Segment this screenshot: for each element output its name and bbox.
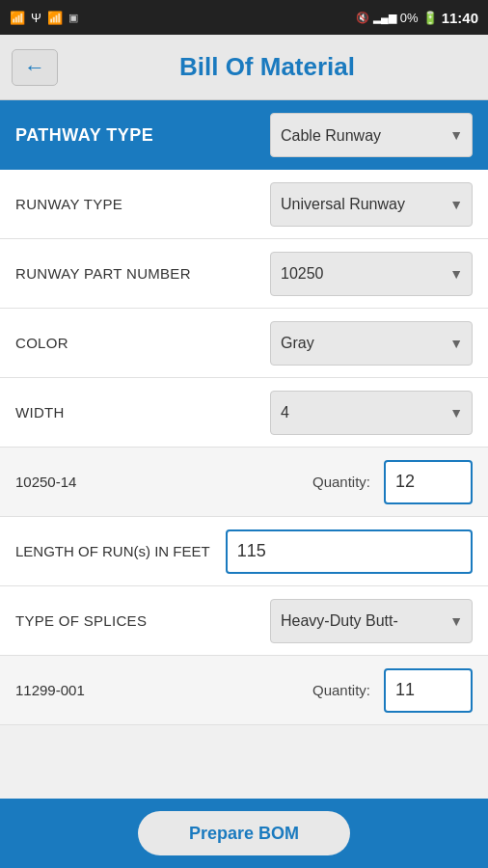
- pathway-type-row: PATHWAY TYPE Cable Runway Wire Basket Wi…: [0, 100, 488, 170]
- scan-icon: ▣: [68, 12, 78, 24]
- status-bar-right: 🔇 ▂▄▆ 0% 🔋 11:40: [356, 10, 478, 26]
- clock: 11:40: [442, 10, 478, 26]
- type-of-splices-select[interactable]: Heavy-Duty Butt- Standard Splice Lap Joi…: [270, 599, 473, 643]
- item2-part-number: 11299-001: [15, 682, 305, 698]
- item1-row: 10250-14 Quantity:: [0, 448, 488, 517]
- type-of-splices-label: TYPE OF SPLICES: [15, 612, 270, 629]
- battery-icon: 🔋: [422, 11, 438, 25]
- status-bar: 📶 Ψ 📶 ▣ 🔇 ▂▄▆ 0% 🔋 11:40: [0, 0, 488, 35]
- type-of-splices-select-wrapper[interactable]: Heavy-Duty Butt- Standard Splice Lap Joi…: [270, 599, 473, 643]
- width-label: WIDTH: [15, 404, 270, 420]
- color-select[interactable]: Gray Black White: [270, 321, 473, 366]
- pathway-type-label: PATHWAY TYPE: [15, 125, 255, 146]
- color-select-wrapper[interactable]: Gray Black White ▼: [270, 321, 473, 366]
- status-bar-left: 📶 Ψ 📶 ▣: [10, 11, 78, 25]
- length-of-run-label: LENGTH OF RUN(s) IN FEET: [15, 543, 210, 559]
- runway-type-row: RUNWAY TYPE Universal Runway Standard Ru…: [0, 170, 488, 239]
- width-select-wrapper[interactable]: 4 6 9 12 18 24 ▼: [270, 391, 473, 435]
- mute-icon: 🔇: [356, 12, 369, 24]
- color-label: COLOR: [15, 335, 270, 351]
- width-select[interactable]: 4 6 9 12 18 24: [270, 391, 473, 435]
- signal-bars-icon: ▂▄▆: [373, 12, 396, 24]
- battery-percent: 0%: [400, 11, 419, 25]
- runway-part-number-select[interactable]: 10250 10251 10252: [270, 252, 473, 296]
- type-of-splices-row: TYPE OF SPLICES Heavy-Duty Butt- Standar…: [0, 586, 488, 656]
- usb-icon: Ψ: [31, 11, 41, 25]
- wifi2-icon: 📶: [47, 11, 63, 25]
- page-title: Bill Of Material: [58, 52, 476, 82]
- pathway-type-select-wrapper[interactable]: Cable Runway Wire Basket Wireway ▼: [270, 113, 473, 157]
- item1-quantity-input[interactable]: [384, 460, 473, 504]
- length-of-run-input[interactable]: [226, 529, 473, 574]
- prepare-bom-button[interactable]: Prepare BOM: [138, 811, 350, 855]
- runway-part-number-select-wrapper[interactable]: 10250 10251 10252 ▼: [270, 252, 473, 296]
- pathway-type-select[interactable]: Cable Runway Wire Basket Wireway: [270, 113, 473, 157]
- runway-type-select-wrapper[interactable]: Universal Runway Standard Runway Heavy D…: [270, 182, 473, 227]
- back-arrow-icon: ←: [24, 55, 45, 80]
- item1-part-number: 10250-14: [15, 474, 305, 490]
- length-of-run-row: LENGTH OF RUN(s) IN FEET: [0, 517, 488, 586]
- item2-row: 11299-001 Quantity:: [0, 656, 488, 725]
- item1-quantity-label: Quantity:: [312, 474, 370, 490]
- back-button[interactable]: ←: [12, 49, 58, 86]
- header: ← Bill Of Material: [0, 35, 488, 100]
- runway-type-select[interactable]: Universal Runway Standard Runway Heavy D…: [270, 182, 473, 227]
- runway-part-number-label: RUNWAY PART NUMBER: [15, 265, 270, 282]
- color-row: COLOR Gray Black White ▼: [0, 309, 488, 378]
- runway-part-number-row: RUNWAY PART NUMBER 10250 10251 10252 ▼: [0, 239, 488, 309]
- runway-type-label: RUNWAY TYPE: [15, 196, 270, 212]
- form-section: RUNWAY TYPE Universal Runway Standard Ru…: [0, 170, 488, 725]
- wifi-icon: 📶: [10, 11, 25, 25]
- item2-quantity-label: Quantity:: [312, 682, 370, 698]
- item2-quantity-input[interactable]: [384, 668, 473, 713]
- footer: Prepare BOM: [0, 799, 488, 868]
- width-row: WIDTH 4 6 9 12 18 24 ▼: [0, 378, 488, 448]
